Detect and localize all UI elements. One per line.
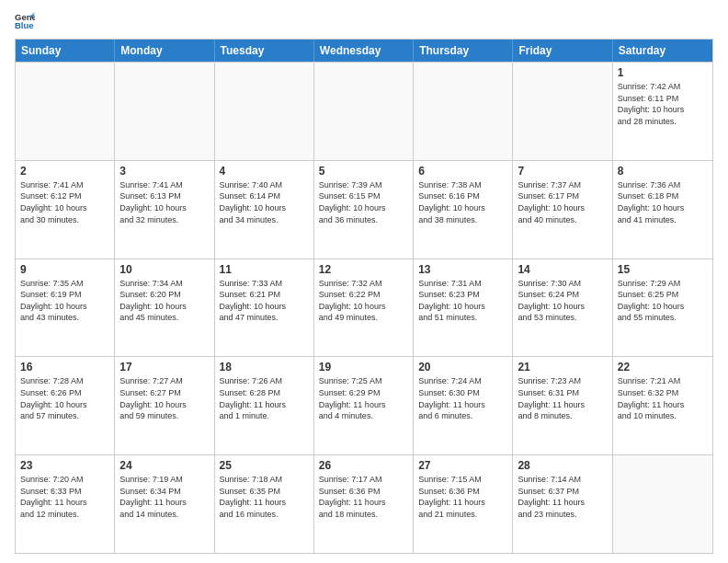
day-cell-26: 26Sunrise: 7:17 AM Sunset: 6:36 PM Dayli… <box>314 455 414 553</box>
day-number: 21 <box>518 361 607 373</box>
day-info: Sunrise: 7:21 AM Sunset: 6:32 PM Dayligh… <box>618 375 708 421</box>
day-number: 7 <box>518 165 607 178</box>
svg-text:Blue: Blue <box>15 20 34 30</box>
header-day-tuesday: Tuesday <box>215 40 314 62</box>
header-day-monday: Monday <box>115 40 214 62</box>
day-cell-empty <box>513 63 612 160</box>
calendar-week-1: 1Sunrise: 7:42 AM Sunset: 6:11 PM Daylig… <box>16 62 712 160</box>
day-cell-17: 17Sunrise: 7:27 AM Sunset: 6:27 PM Dayli… <box>115 357 214 454</box>
day-info: Sunrise: 7:15 AM Sunset: 6:36 PM Dayligh… <box>418 474 507 520</box>
day-number: 22 <box>618 361 708 373</box>
day-number: 20 <box>418 361 507 373</box>
day-number: 14 <box>518 263 607 276</box>
day-cell-empty <box>215 63 314 160</box>
day-info: Sunrise: 7:42 AM Sunset: 6:11 PM Dayligh… <box>618 81 708 127</box>
day-number: 4 <box>220 165 309 178</box>
logo-icon: General Blue <box>15 11 35 31</box>
calendar-week-5: 23Sunrise: 7:20 AM Sunset: 6:33 PM Dayli… <box>16 454 712 553</box>
day-number: 6 <box>418 165 507 178</box>
day-number: 18 <box>220 361 309 373</box>
day-cell-21: 21Sunrise: 7:23 AM Sunset: 6:31 PM Dayli… <box>513 357 612 454</box>
day-number: 28 <box>518 459 607 472</box>
day-cell-3: 3Sunrise: 7:41 AM Sunset: 6:13 PM Daylig… <box>115 161 214 259</box>
header-day-wednesday: Wednesday <box>314 40 414 62</box>
day-cell-4: 4Sunrise: 7:40 AM Sunset: 6:14 PM Daylig… <box>215 161 314 259</box>
day-info: Sunrise: 7:41 AM Sunset: 6:13 PM Dayligh… <box>119 179 209 225</box>
calendar-week-3: 9Sunrise: 7:35 AM Sunset: 6:19 PM Daylig… <box>16 259 712 357</box>
day-cell-empty <box>16 63 115 160</box>
day-info: Sunrise: 7:40 AM Sunset: 6:14 PM Dayligh… <box>220 179 309 225</box>
day-info: Sunrise: 7:38 AM Sunset: 6:16 PM Dayligh… <box>418 179 507 225</box>
calendar-body: 1Sunrise: 7:42 AM Sunset: 6:11 PM Daylig… <box>16 62 712 553</box>
day-number: 12 <box>319 263 408 276</box>
day-info: Sunrise: 7:30 AM Sunset: 6:24 PM Dayligh… <box>518 278 607 324</box>
day-cell-2: 2Sunrise: 7:41 AM Sunset: 6:12 PM Daylig… <box>16 161 115 259</box>
day-number: 3 <box>119 165 209 178</box>
page: General Blue SundayMondayTuesdayWednesda… <box>0 0 728 563</box>
day-cell-18: 18Sunrise: 7:26 AM Sunset: 6:28 PM Dayli… <box>215 357 314 454</box>
day-cell-20: 20Sunrise: 7:24 AM Sunset: 6:30 PM Dayli… <box>414 357 513 454</box>
calendar-header-row: SundayMondayTuesdayWednesdayThursdayFrid… <box>16 40 712 62</box>
day-info: Sunrise: 7:35 AM Sunset: 6:19 PM Dayligh… <box>20 278 109 324</box>
day-info: Sunrise: 7:39 AM Sunset: 6:15 PM Dayligh… <box>319 179 408 225</box>
day-number: 23 <box>20 459 109 472</box>
day-info: Sunrise: 7:17 AM Sunset: 6:36 PM Dayligh… <box>319 474 408 520</box>
day-number: 10 <box>119 263 209 276</box>
day-cell-23: 23Sunrise: 7:20 AM Sunset: 6:33 PM Dayli… <box>16 455 115 553</box>
day-cell-25: 25Sunrise: 7:18 AM Sunset: 6:35 PM Dayli… <box>215 455 314 553</box>
header-day-thursday: Thursday <box>414 40 513 62</box>
day-number: 26 <box>319 459 408 472</box>
header-day-saturday: Saturday <box>613 40 712 62</box>
day-number: 13 <box>418 263 507 276</box>
header-day-friday: Friday <box>513 40 612 62</box>
day-info: Sunrise: 7:20 AM Sunset: 6:33 PM Dayligh… <box>20 474 109 520</box>
day-cell-14: 14Sunrise: 7:30 AM Sunset: 6:24 PM Dayli… <box>513 259 612 357</box>
header-day-sunday: Sunday <box>16 40 115 62</box>
day-cell-16: 16Sunrise: 7:28 AM Sunset: 6:26 PM Dayli… <box>16 357 115 454</box>
day-cell-5: 5Sunrise: 7:39 AM Sunset: 6:15 PM Daylig… <box>314 161 414 259</box>
day-cell-28: 28Sunrise: 7:14 AM Sunset: 6:37 PM Dayli… <box>513 455 612 553</box>
day-number: 9 <box>20 263 109 276</box>
header: General Blue <box>15 11 713 31</box>
day-number: 8 <box>618 165 708 178</box>
day-cell-empty <box>115 63 214 160</box>
day-info: Sunrise: 7:36 AM Sunset: 6:18 PM Dayligh… <box>618 179 708 225</box>
day-info: Sunrise: 7:34 AM Sunset: 6:20 PM Dayligh… <box>119 278 209 324</box>
day-cell-13: 13Sunrise: 7:31 AM Sunset: 6:23 PM Dayli… <box>414 259 513 357</box>
day-cell-empty <box>414 63 513 160</box>
day-info: Sunrise: 7:37 AM Sunset: 6:17 PM Dayligh… <box>518 179 607 225</box>
day-info: Sunrise: 7:28 AM Sunset: 6:26 PM Dayligh… <box>20 375 109 421</box>
calendar-week-2: 2Sunrise: 7:41 AM Sunset: 6:12 PM Daylig… <box>16 160 712 259</box>
day-number: 24 <box>119 459 209 472</box>
day-info: Sunrise: 7:25 AM Sunset: 6:29 PM Dayligh… <box>319 375 408 421</box>
day-cell-12: 12Sunrise: 7:32 AM Sunset: 6:22 PM Dayli… <box>314 259 414 357</box>
calendar-week-4: 16Sunrise: 7:28 AM Sunset: 6:26 PM Dayli… <box>16 356 712 454</box>
day-cell-27: 27Sunrise: 7:15 AM Sunset: 6:36 PM Dayli… <box>414 455 513 553</box>
day-cell-22: 22Sunrise: 7:21 AM Sunset: 6:32 PM Dayli… <box>613 357 712 454</box>
day-info: Sunrise: 7:18 AM Sunset: 6:35 PM Dayligh… <box>220 474 309 520</box>
day-number: 27 <box>418 459 507 472</box>
day-info: Sunrise: 7:23 AM Sunset: 6:31 PM Dayligh… <box>518 375 607 421</box>
day-info: Sunrise: 7:33 AM Sunset: 6:21 PM Dayligh… <box>220 278 309 324</box>
day-info: Sunrise: 7:29 AM Sunset: 6:25 PM Dayligh… <box>618 278 708 324</box>
day-number: 17 <box>119 361 209 373</box>
day-info: Sunrise: 7:24 AM Sunset: 6:30 PM Dayligh… <box>418 375 507 421</box>
day-cell-empty <box>314 63 414 160</box>
day-cell-15: 15Sunrise: 7:29 AM Sunset: 6:25 PM Dayli… <box>613 259 712 357</box>
day-info: Sunrise: 7:27 AM Sunset: 6:27 PM Dayligh… <box>119 375 209 421</box>
logo: General Blue <box>15 11 37 31</box>
day-number: 5 <box>319 165 408 178</box>
day-number: 1 <box>618 66 708 79</box>
day-cell-7: 7Sunrise: 7:37 AM Sunset: 6:17 PM Daylig… <box>513 161 612 259</box>
day-info: Sunrise: 7:31 AM Sunset: 6:23 PM Dayligh… <box>418 278 507 324</box>
day-info: Sunrise: 7:19 AM Sunset: 6:34 PM Dayligh… <box>119 474 209 520</box>
day-info: Sunrise: 7:14 AM Sunset: 6:37 PM Dayligh… <box>518 474 607 520</box>
day-cell-24: 24Sunrise: 7:19 AM Sunset: 6:34 PM Dayli… <box>115 455 214 553</box>
calendar: SundayMondayTuesdayWednesdayThursdayFrid… <box>15 39 713 554</box>
day-cell-19: 19Sunrise: 7:25 AM Sunset: 6:29 PM Dayli… <box>314 357 414 454</box>
day-number: 2 <box>20 165 109 178</box>
day-info: Sunrise: 7:32 AM Sunset: 6:22 PM Dayligh… <box>319 278 408 324</box>
day-info: Sunrise: 7:41 AM Sunset: 6:12 PM Dayligh… <box>20 179 109 225</box>
day-info: Sunrise: 7:26 AM Sunset: 6:28 PM Dayligh… <box>220 375 309 421</box>
day-number: 19 <box>319 361 408 373</box>
